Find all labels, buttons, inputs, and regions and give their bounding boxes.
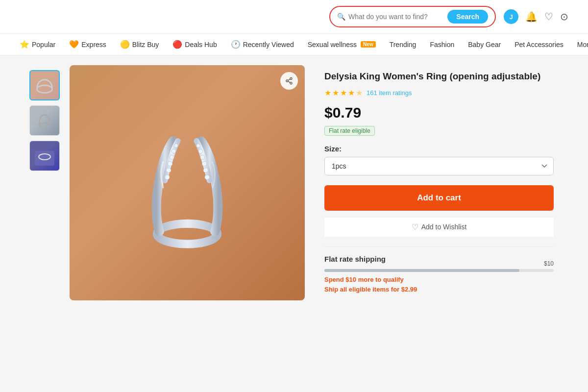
nav-item-express[interactable]: 🧡 Express: [69, 34, 106, 55]
cart-icon-wrap[interactable]: ⊙: [560, 11, 568, 23]
main-content: Delysia King Women's Ring (opening adjus…: [20, 55, 568, 310]
svg-line-8: [288, 79, 291, 80]
svg-point-11: [166, 168, 171, 172]
nav-item-fashion[interactable]: Fashion: [430, 35, 454, 54]
popular-icon: ⭐: [20, 40, 29, 49]
nav-label-express: Express: [81, 41, 106, 49]
cart-icon[interactable]: ⊙: [560, 11, 568, 22]
new-badge: New: [361, 41, 376, 48]
nav-item-deals-hub[interactable]: 🔴 Deals Hub: [172, 34, 217, 55]
nav-label-trending: Trending: [390, 41, 416, 49]
nav-label-fashion: Fashion: [430, 41, 454, 49]
notification-icon[interactable]: 🔔: [525, 11, 538, 23]
star-2: ★: [332, 88, 339, 98]
star-1: ★: [324, 88, 331, 98]
search-input[interactable]: [348, 13, 447, 21]
shipping-title: Flat rate shipping: [324, 255, 554, 263]
nav-label-baby-gear: Baby Gear: [468, 41, 501, 49]
nav-item-blitz-buy[interactable]: 🟡 Blitz Buy: [120, 34, 159, 55]
star-3: ★: [340, 88, 347, 98]
svg-point-4: [290, 77, 292, 79]
product-info-panel: Delysia King Women's Ring (opening adjus…: [315, 65, 559, 300]
flat-rate-badge: Flat rate eligible: [324, 126, 375, 136]
shipping-price: $2.99: [401, 286, 417, 293]
search-bar[interactable]: 🔍 Search: [329, 6, 496, 27]
svg-point-6: [290, 82, 292, 84]
express-icon: 🧡: [69, 40, 79, 49]
progress-bar-fill: [324, 269, 519, 272]
shipping-text: Spend $10 more to qualify Ship all eligi…: [324, 275, 554, 295]
product-price: $0.79: [324, 104, 554, 121]
nav-label-pet-accessories: Pet Accessories: [514, 41, 564, 49]
blitz-buy-icon: 🟡: [120, 40, 130, 49]
nav-item-pet-accessories[interactable]: Pet Accessories: [514, 35, 564, 54]
svg-point-12: [168, 161, 172, 166]
shipping-line2: Ship all eligible items for: [324, 286, 399, 293]
progress-bar-background: [324, 269, 554, 272]
size-label: Size:: [324, 145, 554, 153]
header-icons: J 🔔 ♡ ⊙: [504, 9, 568, 24]
svg-point-18: [202, 161, 206, 166]
nav-item-popular[interactable]: ⭐ Popular: [20, 34, 55, 55]
svg-point-19: [200, 155, 205, 160]
star-4: ★: [348, 88, 355, 98]
svg-rect-2: [35, 151, 54, 166]
wishlist-icon[interactable]: ♡: [544, 11, 553, 23]
svg-point-21: [196, 144, 200, 147]
heart-icon: ♡: [412, 222, 418, 232]
nav-item-more[interactable]: More: [577, 35, 588, 54]
thumbnail-2[interactable]: [29, 105, 60, 136]
svg-point-16: [205, 175, 209, 179]
deals-hub-icon: 🔴: [172, 40, 182, 49]
shipping-line1: Spend $10 more to qualify: [324, 276, 404, 283]
nav-label-blitz-buy: Blitz Buy: [132, 41, 159, 49]
add-to-cart-button[interactable]: Add to cart: [324, 185, 554, 211]
nav-item-recently-viewed[interactable]: 🕐 Recently Viewed: [231, 34, 294, 55]
ring-illustration: [109, 95, 266, 271]
nav-label-deals-hub: Deals Hub: [185, 41, 217, 49]
shipping-section: Flat rate shipping $10 Spend $10 more to…: [324, 246, 554, 295]
star-rating: ★ ★ ★ ★ ★: [324, 88, 363, 98]
thumbnail-1[interactable]: [29, 70, 60, 100]
svg-line-7: [288, 81, 291, 83]
svg-point-13: [170, 155, 174, 160]
nav-label-more: More: [577, 41, 588, 49]
nav-item-trending[interactable]: Trending: [390, 35, 416, 54]
thumbnail-3[interactable]: [29, 141, 60, 171]
svg-point-14: [172, 149, 176, 153]
wishlist-label: Add to Wishlist: [421, 223, 467, 231]
add-to-wishlist-button[interactable]: ♡ Add to Wishlist: [324, 218, 554, 237]
header: 🔍 Search J 🔔 ♡ ⊙: [0, 0, 588, 34]
nav-label-recently-viewed: Recently Viewed: [243, 41, 294, 49]
svg-point-15: [174, 144, 178, 147]
search-button[interactable]: Search: [447, 10, 488, 24]
avatar[interactable]: J: [504, 9, 518, 24]
share-button[interactable]: [280, 72, 298, 90]
nav-item-baby-gear[interactable]: Baby Gear: [468, 35, 501, 54]
product-title: Delysia King Women's Ring (opening adjus…: [324, 70, 554, 83]
nav-label-sexual-wellness: Sexual wellness: [308, 41, 357, 49]
rating-count[interactable]: 161 item ratings: [367, 89, 412, 97]
star-5-half: ★: [356, 88, 363, 98]
nav-item-sexual-wellness[interactable]: Sexual wellness New: [308, 35, 376, 54]
svg-point-1: [40, 123, 49, 128]
svg-point-5: [286, 80, 288, 82]
svg-point-0: [37, 85, 52, 93]
thumbnail-list: [29, 65, 60, 300]
svg-point-20: [198, 149, 203, 153]
recently-viewed-icon: 🕐: [231, 40, 241, 49]
navigation: ⭐ Popular 🧡 Express 🟡 Blitz Buy 🔴 Deals …: [0, 34, 588, 55]
progress-bar-wrap: $10: [324, 269, 554, 272]
svg-point-17: [203, 168, 208, 172]
main-product-image: [70, 65, 305, 300]
svg-point-9: [157, 223, 217, 244]
size-select[interactable]: 1pcs 2pcs 3pcs: [324, 157, 554, 175]
search-icon: 🔍: [337, 13, 345, 21]
svg-point-10: [165, 175, 170, 179]
rating-row: ★ ★ ★ ★ ★ 161 item ratings: [324, 88, 554, 98]
nav-label-popular: Popular: [32, 41, 55, 49]
progress-label: $10: [544, 260, 554, 267]
